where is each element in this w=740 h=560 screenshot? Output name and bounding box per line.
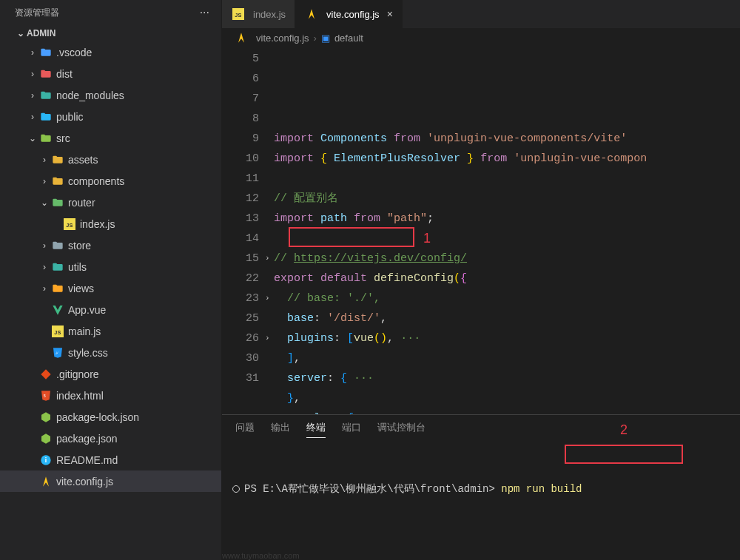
- close-icon[interactable]: ×: [387, 8, 393, 20]
- tree-item-style-css[interactable]: ⫽style.css: [0, 342, 221, 363]
- tree-label: dist: [56, 68, 73, 80]
- tree-item-index-html[interactable]: 5index.html: [0, 385, 221, 406]
- breadcrumb-separator: ›: [314, 33, 317, 44]
- code-line-8[interactable]: // 配置别名: [274, 189, 740, 209]
- breadcrumb[interactable]: vite.config.js › ▣ default: [222, 28, 740, 47]
- tree-item-router[interactable]: ⌄router: [0, 192, 221, 213]
- code-line-9[interactable]: import path from "path";: [274, 209, 740, 229]
- folder-blue-icon: [38, 47, 53, 58]
- code-content[interactable]: 1 import Components from 'unplugin-vue-c…: [274, 47, 740, 414]
- tree-item-dist[interactable]: ›dist: [0, 63, 221, 84]
- tree-label: router: [68, 197, 95, 209]
- html-icon: 5: [38, 390, 53, 402]
- fold-icon[interactable]: ›: [265, 289, 270, 308]
- fold-icon[interactable]: ›: [265, 249, 270, 269]
- svg-text:5: 5: [44, 394, 46, 398]
- vue-icon: [50, 304, 65, 316]
- panel-tab-1[interactable]: 输出: [271, 421, 290, 438]
- tree-item-store[interactable]: ›store: [0, 235, 221, 256]
- code-line-23[interactable]: server: { ···: [274, 368, 740, 388]
- folder-green-icon: [38, 132, 53, 144]
- code-line-5[interactable]: import Components from 'unplugin-vue-com…: [274, 129, 740, 149]
- main-area: JSindex.jsvite.config.js× vite.config.js…: [222, 0, 740, 560]
- tree-item-src[interactable]: ⌄src: [0, 127, 221, 149]
- tree-label: public: [56, 111, 84, 123]
- tree-label: main.js: [68, 325, 101, 337]
- tab-vite-config-js[interactable]: vite.config.js×: [295, 0, 403, 28]
- code-line-26[interactable]: resolve: { ···: [274, 408, 740, 414]
- chevron-down-icon: ⌄: [15, 28, 27, 38]
- explorer-header: 资源管理器 ···: [0, 0, 221, 25]
- code-line-25[interactable]: },: [274, 388, 740, 408]
- js-icon: JS: [50, 325, 65, 337]
- folder-gray-icon: [50, 240, 65, 252]
- js-icon: JS: [231, 8, 246, 20]
- tree-item-index-js[interactable]: JSindex.js: [0, 213, 221, 235]
- code-line-7[interactable]: [274, 169, 740, 189]
- tree-item-package-lock-json[interactable]: package-lock.json: [0, 406, 221, 428]
- tree-label: src: [56, 132, 70, 144]
- tree-item-App-vue[interactable]: App.vue: [0, 299, 221, 320]
- tree-item-components[interactable]: ›components: [0, 170, 221, 192]
- code-line-12[interactable]: export default defineConfig({: [274, 269, 740, 289]
- info-icon: i: [38, 454, 53, 466]
- tree-item-views[interactable]: ›views: [0, 277, 221, 299]
- chevron-icon: ›: [27, 112, 38, 122]
- panel-tab-2[interactable]: 终端: [306, 421, 326, 438]
- tree-item-README-md[interactable]: iREADME.md: [0, 449, 221, 470]
- tree-item-utils[interactable]: ›utils: [0, 256, 221, 277]
- panel-tab-0[interactable]: 问题: [235, 421, 255, 438]
- terminal[interactable]: PS E:\A帮忙做毕设\柳州融水\代码\front\admin> npm ru…: [222, 442, 740, 560]
- tab-label: vite.config.js: [326, 9, 380, 20]
- chevron-icon: ›: [38, 240, 50, 251]
- code-line-22[interactable]: ],: [274, 348, 740, 368]
- fold-icon[interactable]: ›: [265, 328, 270, 348]
- explorer-title: 资源管理器: [15, 7, 59, 19]
- circle-icon: [232, 485, 240, 493]
- code-line-13[interactable]: // base: './',: [274, 289, 740, 308]
- tree-label: package.json: [56, 433, 118, 445]
- code-line-10[interactable]: [274, 229, 740, 249]
- more-icon[interactable]: ···: [200, 6, 209, 19]
- css-icon: ⫽: [50, 347, 65, 359]
- code-line-11[interactable]: // https://vitejs.dev/config/: [274, 249, 740, 269]
- tree-item-package-json[interactable]: package.json: [0, 428, 221, 449]
- chevron-icon: ⌄: [38, 198, 50, 208]
- tree-item-node_modules[interactable]: ›node_modules: [0, 84, 221, 106]
- panel-tab-3[interactable]: 端口: [342, 421, 361, 438]
- vite-icon: [38, 476, 53, 488]
- tree-item--vscode[interactable]: ›.vscode: [0, 41, 221, 63]
- terminal-panel: 问题输出终端端口调试控制台 PS E:\A帮忙做毕设\柳州融水\代码\front…: [222, 414, 740, 560]
- tree-item--gitignore[interactable]: .gitignore: [0, 363, 221, 385]
- folder-orange-icon: [50, 283, 65, 294]
- tree-item-vite-config-js[interactable]: vite.config.js: [0, 470, 221, 492]
- code-editor[interactable]: 56789101112131415›2223›2526›3031 1 impor…: [222, 47, 740, 414]
- project-name: ADMIN: [27, 28, 56, 38]
- tree-item-main-js[interactable]: JSmain.js: [0, 320, 221, 342]
- chevron-icon: ›: [38, 176, 50, 186]
- folder-red-icon: [38, 68, 53, 80]
- tree-item-public[interactable]: ›public: [0, 106, 221, 127]
- folder-teal-icon: [50, 261, 65, 273]
- tree-label: assets: [68, 154, 98, 166]
- svg-text:JS: JS: [54, 329, 61, 336]
- code-line-14[interactable]: base: '/dist/',: [274, 308, 740, 328]
- tree-label: .gitignore: [56, 368, 99, 380]
- tree-label: views: [68, 283, 94, 294]
- folder-teal-icon: [38, 90, 53, 101]
- annotation-label-2: 2: [620, 422, 628, 438]
- code-line-6[interactable]: import { ElementPlusResolver } from 'unp…: [274, 149, 740, 169]
- editor-tabs: JSindex.jsvite.config.js×: [222, 0, 740, 28]
- watermark-left: www.tuymaoban.com: [222, 551, 300, 560]
- code-line-15[interactable]: plugins: [vue(), ···: [274, 328, 740, 348]
- tree-item-assets[interactable]: ›assets: [0, 149, 221, 170]
- tree-label: App.vue: [68, 304, 106, 316]
- tree-label: package-lock.json: [56, 411, 139, 423]
- file-tree: ›.vscode›dist›node_modules›public⌄src›as…: [0, 41, 221, 560]
- panel-tab-4[interactable]: 调试控制台: [377, 421, 426, 438]
- chevron-icon: ›: [27, 90, 38, 101]
- tab-index-js[interactable]: JSindex.js: [222, 0, 295, 28]
- svg-text:JS: JS: [235, 12, 241, 18]
- project-header[interactable]: ⌄ ADMIN: [0, 25, 221, 41]
- tree-label: README.md: [56, 454, 118, 466]
